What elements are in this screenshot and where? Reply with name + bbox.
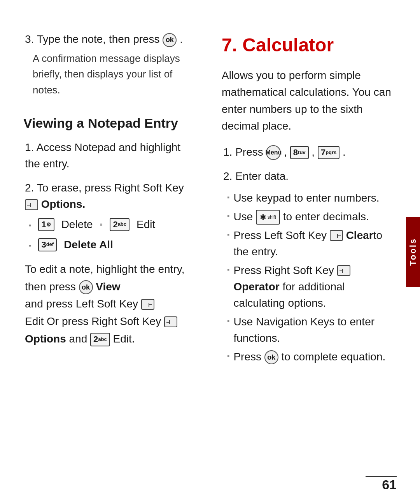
- bullet-dot-lsk: ▪: [227, 230, 229, 240]
- step1-text: 1. Access Notepad and highlight the entr…: [25, 139, 198, 172]
- bullet-ok-complete: ▪ Press ok to complete equation.: [227, 349, 397, 365]
- page-number: 61: [382, 477, 397, 492]
- calc-step-1: 1. Press Menu , 8tuv , 7pqrs .: [222, 144, 397, 160]
- edit-note-section: To edit a note, highlight the entry, the…: [23, 261, 198, 348]
- calc-bullet-list: ▪ Use keypad to enter numbers. ▪ Use ✱sh…: [227, 190, 397, 365]
- calculator-heading: 7. Calculator: [222, 31, 397, 59]
- delete-all-label: Delete All: [64, 237, 113, 253]
- right-softkey-icon: [25, 199, 38, 211]
- right-column: 7. Calculator Allows you to perform simp…: [222, 31, 397, 481]
- menu-btn-icon: Menu: [266, 145, 281, 160]
- bullet-dot-star: ▪: [227, 211, 229, 221]
- bullet-nav-keys: ▪ Use Navigation Keys to enter functions…: [227, 314, 397, 346]
- calc-step-2: 2. Enter data. ▪ Use keypad to enter num…: [222, 168, 397, 365]
- left-softkey-icon-2: [330, 230, 343, 242]
- content-area: 3. Type the note, then press ok . A conf…: [0, 0, 420, 504]
- calculator-intro: Allows you to perform simple mathematica…: [222, 67, 397, 135]
- bullet-dot-rsk: ▪: [227, 265, 229, 275]
- ok-icon-calc: ok: [264, 350, 278, 364]
- svg-rect-12: [338, 265, 350, 276]
- page-container: 3. Type the note, then press ok . A conf…: [0, 0, 420, 504]
- svg-rect-9: [330, 230, 343, 241]
- delete-all-row: ▪ 3def Delete All: [29, 237, 198, 253]
- rsk-operator-text: Press Right Soft Key Operator for additi…: [233, 262, 397, 311]
- step-2-viewing: 2. To erase, press Right Soft Key Option…: [23, 180, 198, 253]
- view-bold: View: [96, 281, 120, 293]
- bullet-dot-2: ▪: [29, 241, 31, 251]
- options-bold: Options: [25, 333, 66, 345]
- bullet-keypad: ▪ Use keypad to enter numbers.: [227, 190, 397, 206]
- bullet-dot-keypad: ▪: [227, 192, 229, 203]
- right-softkey-icon-2: [164, 316, 177, 328]
- step-3: 3. Type the note, then press ok . A conf…: [23, 31, 198, 98]
- nav-keys-text: Use Navigation Keys to enter functions.: [233, 314, 397, 346]
- step2-text: 2. To erase, press Right Soft Key Option…: [25, 180, 198, 212]
- bullet-lsk-clear: ▪ Press Left Soft Key Clearto the entry.: [227, 227, 397, 260]
- tools-label: Tools: [408, 238, 418, 266]
- key-2abc: 2abc: [110, 218, 130, 232]
- keypad-text: Use keypad to enter numbers.: [233, 190, 379, 206]
- calc-step2-label: 2. Enter data.: [223, 168, 397, 184]
- calc-step1-text: 1. Press Menu , 8tuv , 7pqrs .: [223, 144, 397, 160]
- sep-1: ▪: [100, 218, 103, 231]
- bullet-dot-ok: ▪: [227, 351, 229, 362]
- delete-label: Delete: [61, 216, 93, 233]
- edit-note-text: To edit a note, highlight the entry, the…: [25, 261, 198, 348]
- bullet-star: ▪ Use ✱shift to enter decimals.: [227, 209, 397, 225]
- delete-edit-row: ▪ 1⚙ Delete ▪ 2abc Edit: [29, 216, 198, 233]
- bullet-rsk-operator: ▪ Press Right Soft Key Operator for addi…: [227, 262, 397, 311]
- ok-complete-text: Press ok to complete equation.: [233, 349, 385, 365]
- key-2abc-edit: 2abc: [90, 333, 110, 346]
- step3-note: A confirmation message displays briefly,…: [33, 51, 198, 98]
- step3-text: 3. Type the note, then press ok .: [25, 31, 198, 47]
- bottom-rule: [366, 476, 397, 477]
- star-shift-key: ✱shift: [256, 210, 280, 225]
- svg-rect-3: [142, 299, 154, 309]
- svg-rect-6: [164, 317, 177, 327]
- svg-rect-0: [25, 200, 38, 210]
- ok-button-icon: ok: [163, 33, 177, 47]
- edit-label-1: Edit: [136, 216, 155, 233]
- left-column: 3. Type the note, then press ok . A conf…: [23, 31, 198, 481]
- key-1: 1⚙: [38, 218, 54, 232]
- key-3def: 3def: [38, 238, 57, 252]
- right-softkey-icon-3: [337, 265, 350, 277]
- subheading-viewing: Viewing a Notepad Entry: [23, 113, 198, 133]
- step-1-viewing: 1. Access Notepad and highlight the entr…: [23, 139, 198, 172]
- lsk-clear-text: Press Left Soft Key Clearto the entry.: [233, 227, 397, 260]
- bullet-dot-1: ▪: [29, 220, 31, 231]
- key-8tuv: 8tuv: [290, 146, 309, 160]
- left-softkey-icon-1: [141, 299, 154, 311]
- sidebar-tools: Tools: [406, 217, 420, 287]
- bullet-dot-nav: ▪: [227, 316, 229, 327]
- clear-bold: Clear: [346, 229, 373, 241]
- ok-icon-edit: ok: [79, 280, 93, 294]
- star-text: Use ✱shift to enter decimals.: [233, 209, 369, 225]
- key-7pqrs: 7pqrs: [318, 146, 340, 160]
- options-label: Options.: [41, 198, 86, 210]
- operator-bold: Operator: [233, 281, 279, 293]
